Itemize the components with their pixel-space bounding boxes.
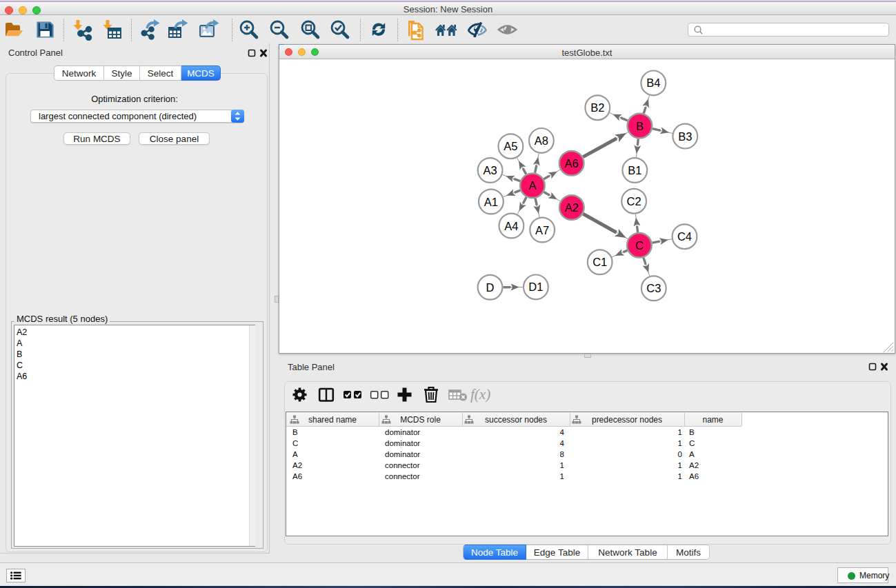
svg-text:C1: C1 [593,256,607,268]
svg-text:B3: B3 [678,130,692,143]
svg-text:A2: A2 [565,201,579,214]
svg-text:C2: C2 [627,195,641,207]
svg-text:A4: A4 [504,220,518,232]
svg-text:B4: B4 [646,77,660,89]
svg-text:C3: C3 [646,282,661,294]
svg-text:B1: B1 [628,164,641,176]
svg-text:A6: A6 [565,157,579,170]
svg-text:A3: A3 [484,164,497,176]
svg-text:A1: A1 [484,196,498,208]
svg-text:A: A [528,179,536,192]
svg-text:D: D [486,281,495,294]
svg-text:C4: C4 [677,230,692,243]
svg-text:A7: A7 [535,224,549,236]
svg-text:D1: D1 [528,281,543,293]
svg-text:B: B [636,120,644,132]
svg-text:C: C [635,239,644,252]
svg-text:A8: A8 [535,134,548,147]
svg-text:A5: A5 [504,140,517,152]
svg-text:B2: B2 [590,101,604,114]
